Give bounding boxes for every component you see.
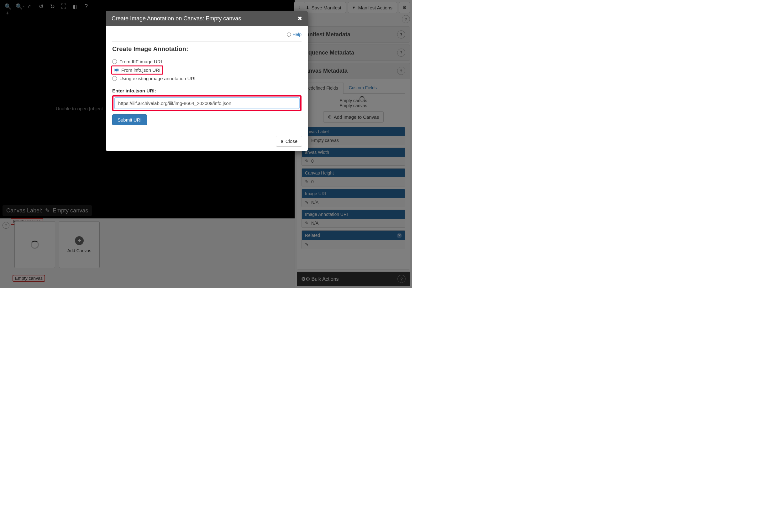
panel-help-icon[interactable]: ?	[397, 30, 405, 38]
viewer-error-message: Unable to open [object	[56, 106, 103, 111]
field-head: Related	[305, 233, 320, 238]
field-head: Image Annotation URI	[305, 212, 348, 217]
canvas-thumbnail[interactable]	[14, 221, 55, 268]
thumbnail-strip: ? Empty canvas + Add Canvas Empty canvas	[0, 218, 295, 288]
field-head: anvas Label	[305, 129, 329, 134]
tab-custom-fields[interactable]: Custom Fields	[343, 82, 382, 93]
manifest-actions-button[interactable]: Manifest Actions	[348, 2, 397, 13]
field-canvas-width: anvas Width 0	[302, 147, 405, 166]
edit-icon[interactable]: ✎	[45, 207, 50, 214]
loading-spinner-icon	[31, 240, 39, 249]
tab-predefined-fields[interactable]: redefined Fields	[302, 82, 343, 94]
field-head: Image URI	[305, 191, 326, 196]
radio-input[interactable]	[112, 76, 117, 81]
close-icon[interactable]: ✖	[297, 15, 302, 22]
loading-spinner-icon	[359, 96, 365, 102]
zoom-in-icon[interactable]: 🔍+	[4, 3, 10, 17]
help-icon[interactable]: ?	[84, 3, 89, 17]
edit-icon[interactable]	[305, 179, 309, 184]
bulk-help-icon[interactable]: ?	[397, 275, 406, 283]
modal-heading: Create Image Annotation:	[112, 45, 302, 53]
add-image-to-canvas-button[interactable]: ⊕ Add Image to Canvas	[323, 111, 383, 123]
create-image-annotation-modal: Create Image Annotation on Canvas: Empty…	[106, 11, 308, 151]
caret-down-icon	[353, 5, 356, 10]
plus-circle-icon: ⊕	[328, 114, 332, 120]
manifest-actions-label: Manifest Actions	[358, 5, 392, 10]
add-canvas-label: Add Canvas	[67, 248, 91, 253]
edit-icon[interactable]	[305, 159, 309, 164]
radio-input[interactable]	[114, 68, 119, 72]
field-canvas-label: anvas Label Empty canvas	[302, 127, 405, 145]
canvas-preview: Empty canvas Empty canvas ⊕ Add Image to…	[302, 94, 405, 127]
rotate-left-icon[interactable]: ↺	[38, 3, 44, 17]
download-icon: ⬇	[306, 5, 310, 10]
submit-uri-button[interactable]: Submit URI	[112, 114, 147, 125]
header-help-icon[interactable]: ?	[402, 15, 410, 23]
close-modal-button[interactable]: Close	[276, 136, 302, 147]
rotate-right-icon[interactable]: ↻	[49, 3, 55, 17]
field-image-annotation-uri: Image Annotation URI N/A	[302, 210, 405, 228]
sequence-metadata-title: Sequence Metadata	[302, 49, 354, 56]
thumb-help-icon[interactable]: ?	[3, 222, 9, 229]
preview-line-1: Empty canvas	[302, 98, 405, 103]
close-icon	[280, 138, 284, 144]
metadata-tabs: redefined Fields Custom Fields	[302, 82, 405, 94]
bulk-actions-bar[interactable]: Bulk Actions ?	[297, 272, 410, 286]
field-value[interactable]: N/A	[311, 200, 319, 205]
add-image-label: Add Image to Canvas	[334, 114, 379, 120]
field-value[interactable]: Empty canvas	[311, 138, 339, 143]
field-canvas-height: Canvas Height 0	[302, 168, 405, 186]
gear-icon	[402, 5, 406, 10]
fullscreen-icon[interactable]: ⛶	[61, 3, 66, 17]
canvas-label-value: Empty canvas	[53, 207, 88, 214]
info-json-uri-input[interactable]	[115, 98, 299, 109]
home-icon[interactable]: ⌂	[27, 3, 32, 17]
radio-from-info-json[interactable]: From info.json URI	[113, 67, 161, 73]
edit-icon[interactable]	[305, 242, 309, 247]
radio-existing-annotation-uri[interactable]: Using existing image annotation URI	[112, 75, 302, 82]
edit-icon[interactable]	[305, 221, 309, 226]
manifest-metadata-title: Manifest Metadata	[302, 31, 350, 38]
settings-button[interactable]	[399, 2, 410, 13]
field-value[interactable]: N/A	[311, 221, 319, 226]
cogs-icon	[301, 276, 311, 282]
uri-prompt-label: Enter info.json URI:	[112, 88, 302, 93]
contrast-icon[interactable]: ◐	[72, 3, 78, 17]
sequence-metadata-panel[interactable]: Sequence Metadata?	[297, 44, 410, 61]
remove-icon[interactable]	[397, 233, 402, 238]
canvas-label-prefix: Canvas Label:	[6, 207, 42, 214]
field-head: anvas Width	[305, 150, 329, 155]
radio-from-iiif-uri[interactable]: From IIIF image URI	[112, 58, 302, 66]
field-value[interactable]: 0	[311, 159, 314, 164]
save-manifest-label: Save Manifest	[312, 5, 341, 10]
radio-label: From info.json URI	[121, 67, 160, 73]
edit-icon[interactable]	[305, 200, 309, 205]
modal-title: Create Image Annotation on Canvas: Empty…	[112, 15, 241, 22]
radio-label: Using existing image annotation URI	[119, 76, 196, 81]
manifest-metadata-panel[interactable]: Manifest Metadata?	[297, 26, 410, 43]
field-value[interactable]: 0	[311, 179, 314, 184]
field-head: Canvas Height	[305, 171, 334, 176]
plus-circle-icon: +	[75, 236, 84, 245]
field-image-uri: Image URI N/A	[302, 189, 405, 207]
zoom-out-icon[interactable]: 🔍-	[16, 3, 21, 17]
metadata-sidebar: ⬇ Save Manifest Manifest Actions ? Manif…	[295, 0, 412, 288]
add-canvas-button[interactable]: + Add Canvas	[59, 221, 100, 268]
help-link[interactable]: Help	[292, 32, 302, 37]
radio-input[interactable]	[112, 59, 117, 64]
canvas-metadata-title: Canvas Metadata	[302, 68, 348, 74]
panel-help-icon[interactable]: ?	[397, 49, 405, 57]
preview-line-2: Empty canvas	[302, 103, 405, 108]
field-related: Related	[302, 230, 405, 249]
info-icon	[287, 32, 292, 37]
panel-help-icon[interactable]: ?	[397, 67, 405, 75]
canvas-label-bar: Canvas Label: ✎ Empty canvas	[3, 205, 92, 216]
radio-label: From IIIF image URI	[119, 59, 162, 64]
thumb-label-bottom: Empty canvas	[13, 275, 45, 282]
bulk-actions-label: Bulk Actions	[311, 276, 338, 282]
canvas-metadata-panel: Canvas Metadata? redefined Fields Custom…	[297, 63, 410, 270]
close-label: Close	[285, 138, 297, 144]
